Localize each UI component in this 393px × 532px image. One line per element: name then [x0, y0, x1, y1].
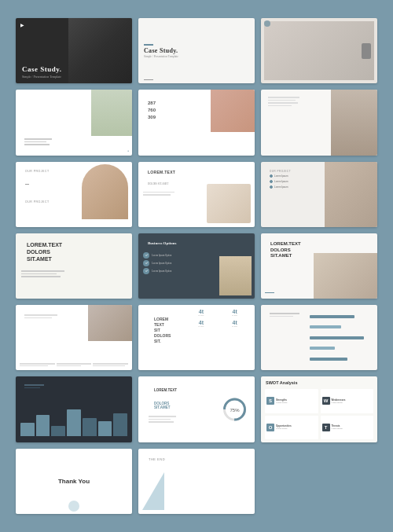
bar-chart: [310, 311, 373, 364]
slide-18[interactable]: SWOT Analysis S Strengths Lorem ipsum W …: [261, 376, 377, 442]
slide-8[interactable]: LOREM.TEXT DOLORS SIT.AMET: [138, 162, 255, 227]
slide-10[interactable]: LOREM.TEXTDOLORSSIT.AMET: [16, 233, 132, 299]
text-line: [149, 421, 174, 423]
slide-19[interactable]: Thank You: [16, 449, 132, 514]
swot-o-item: O Opportunities Lorem ipsum: [265, 416, 318, 439]
lorem-circle-left: LOREM.TEXT DOLORS SIT.AMET: [143, 380, 189, 428]
lorem-highlight: DOLORS SIT.AMET: [149, 398, 184, 413]
triangle-decoration: [142, 472, 164, 510]
swot-o-text: Lorem ipsum: [276, 427, 292, 430]
project-dot: [270, 174, 273, 178]
slide-12[interactable]: LOREM.TEXTDOLORSSIT.AMET: [261, 233, 377, 299]
stat-grid-label: R 352: [186, 314, 217, 317]
bar-v-3: [51, 426, 65, 435]
svg-text:75%: 75%: [230, 408, 240, 413]
stat-grid-label: R 352: [186, 325, 217, 328]
slide-4[interactable]: ●: [16, 90, 132, 155]
text-line: [24, 314, 57, 316]
stat-grid-num: 4t: [219, 309, 250, 314]
text-line: [24, 141, 46, 143]
stat-grid-label: R 352: [219, 314, 250, 317]
swot-t-text: Lorem ipsum: [332, 427, 343, 430]
slide-11[interactable]: Business Options Lorem Ipsum Option Lore…: [138, 233, 255, 299]
stat-grid-label: R 352: [219, 325, 250, 328]
slide-17[interactable]: LOREM.TEXT DOLORS SIT.AMET 75%: [138, 376, 255, 442]
phone-shape: [362, 43, 371, 59]
stat-num-3: 309: [148, 115, 156, 119]
bar-fill: [310, 347, 336, 350]
swot-w-text: Lorem ipsum: [332, 402, 346, 404]
text-line: [149, 416, 176, 417]
text-line: [268, 102, 298, 104]
swot-s-letter: S: [266, 397, 274, 405]
slide-6-text: [265, 94, 329, 111]
col-bar: [93, 365, 124, 367]
stat-num-2: 760: [148, 108, 156, 112]
thank-you-text: Thank You: [53, 474, 95, 489]
project-item-3: Lorem Ipsum: [270, 185, 321, 189]
slide-16[interactable]: [16, 376, 132, 442]
text-line: [21, 273, 57, 275]
text-line: [24, 138, 52, 140]
col-2: [57, 363, 92, 367]
swot-w-item: W Weaknesses Lorem ipsum: [321, 389, 374, 413]
plant-image: [91, 90, 132, 135]
col-bar: [57, 365, 81, 367]
bar-fill: [310, 325, 342, 328]
project-item-text: Lorem Ipsum: [274, 174, 288, 178]
slide-2[interactable]: Case Study. Simple / Presentation Templa…: [138, 18, 255, 83]
bar-v-5: [83, 418, 97, 436]
bar-v-6: [98, 421, 112, 436]
text-line: [143, 192, 174, 193]
check-icon: [143, 260, 149, 266]
swot-o-letter: O: [266, 424, 274, 431]
slide-1-bg: [68, 18, 132, 83]
bar-row-3: [310, 336, 373, 339]
location-icon: [264, 20, 270, 27]
slides-grid: ▶ Case Study. Simple / Presentation Temp…: [16, 18, 377, 514]
text-line: [149, 419, 171, 420]
slide-1[interactable]: ▶ Case Study. Simple / Presentation Temp…: [16, 18, 132, 83]
slide-2-title: Case Study.: [144, 47, 249, 54]
slide-3[interactable]: [261, 18, 377, 83]
text-line: [268, 105, 292, 107]
text-line: [268, 100, 296, 101]
swot-t-item: T Threats Lorem ipsum: [321, 416, 374, 439]
stat-grid-item-2: 4t R 352: [219, 309, 250, 317]
business-text: Lorem Ipsum Option: [152, 262, 171, 265]
project-item-text: Lorem Ipsum: [274, 180, 288, 183]
slide-7[interactable]: OUR PROJECT — OUR PROJECT: [16, 162, 132, 227]
lorem-circle-title: LOREM.TEXT: [149, 384, 184, 396]
business-title: Business Options: [143, 237, 250, 249]
the-end-text: THE END: [144, 453, 170, 465]
col-3: [93, 363, 128, 367]
columns: [20, 363, 128, 367]
slide-20[interactable]: THE END: [138, 449, 255, 514]
slide-6[interactable]: [261, 90, 377, 155]
slide-13[interactable]: [16, 305, 132, 370]
slide-5[interactable]: 287 760 309: [138, 90, 255, 155]
bar-row-4: [310, 347, 373, 350]
ear-image: [325, 162, 377, 227]
project-label-3: OUR PROJECT: [270, 170, 321, 173]
text-line: [24, 317, 52, 319]
stat-grid-num: 4t: [186, 320, 217, 325]
col-bar: [20, 365, 48, 367]
slide-2-deco: [144, 79, 153, 80]
project-item-text: Lorem Ipsum: [274, 185, 288, 189]
swot-w-letter: W: [322, 397, 330, 405]
slide-9[interactable]: OUR PROJECT Lorem Ipsum Lorem Ipsum Lore…: [261, 162, 377, 227]
check-icon: [143, 268, 149, 274]
swot-s-text: Lorem ipsum: [276, 402, 287, 404]
text-line: [270, 316, 293, 317]
circle-decoration: [68, 501, 79, 512]
accent-line: [144, 44, 153, 46]
bar-row-5: [310, 358, 373, 361]
slide-14[interactable]: LOREMTEXTSITDOLORSSIT. 4t R 352 4t R 352…: [138, 305, 255, 370]
text-line: [270, 313, 299, 314]
text-line: [21, 270, 64, 272]
slide-3-image: [264, 21, 374, 80]
slide-15[interactable]: [261, 305, 377, 370]
bar-fill: [310, 336, 364, 339]
accent-line: [265, 292, 274, 294]
